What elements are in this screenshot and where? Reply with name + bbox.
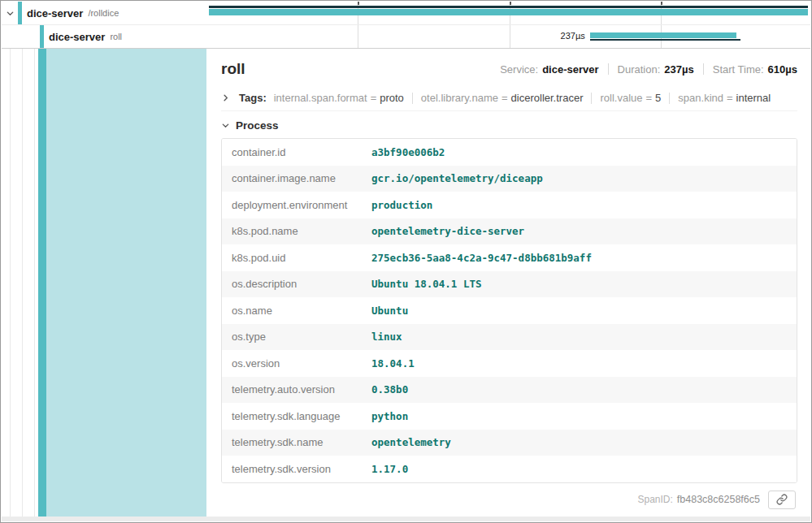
span-color-accent: [40, 25, 44, 48]
process-value: 0.38b0: [371, 383, 408, 395]
service-name: dice-server: [27, 7, 83, 19]
indent-guide: [22, 49, 23, 518]
meta-divider: [703, 63, 704, 75]
span-bar: [590, 32, 736, 38]
meta-divider: [608, 63, 609, 75]
span-bar-cell[interactable]: 237µs: [206, 25, 810, 48]
tag-value: diceroller.tracer: [511, 92, 584, 104]
process-key: telemetry.auto.version: [222, 383, 371, 395]
chevron-right-icon: [221, 93, 230, 102]
process-key: telemetry.sdk.language: [222, 410, 371, 422]
tag-value: proto: [380, 92, 404, 104]
process-value: 18.04.1: [371, 357, 415, 370]
span-bar-underline: [590, 39, 740, 41]
service-label: Service:: [500, 63, 538, 76]
tag-equals: =: [646, 92, 653, 104]
start-time-label: Start Time:: [713, 63, 764, 76]
process-table-row: deployment.environmentproduction: [222, 192, 797, 218]
process-value: a3bf90e006b2: [371, 146, 445, 158]
chevron-down-icon[interactable]: [6, 9, 15, 18]
process-key: container.image.name: [222, 172, 371, 184]
timeline-tick: [661, 2, 662, 5]
tag-divider: [669, 93, 670, 104]
span-name-cell[interactable]: dice-server /rolldice: [2, 2, 206, 24]
spanid-label: SpanID:: [637, 494, 672, 505]
indent-guide: [10, 49, 11, 518]
process-table-row: k8s.pod.uid275ecb36-5aa8-4c2a-9c47-d8bb6…: [222, 244, 797, 271]
process-value: Ubuntu 18.04.1 LTS: [371, 278, 481, 290]
tag-divider: [412, 93, 413, 104]
timeline-tick: [510, 2, 511, 5]
process-table-row: telemetry.sdk.languagepython: [222, 403, 797, 430]
process-key: os.version: [222, 357, 371, 370]
process-accordion[interactable]: Process: [221, 111, 797, 138]
process-key: os.name: [222, 305, 371, 317]
indent-guide: [34, 49, 35, 518]
process-table-row: container.image.namegcr.io/opentelemetry…: [222, 166, 797, 192]
process-value: gcr.io/opentelemetry/diceapp: [371, 172, 543, 184]
process-table-row: os.descriptionUbuntu 18.04.1 LTS: [222, 271, 797, 298]
duration-label: Duration:: [618, 63, 661, 76]
tags-list: internal.span.format=protootel.library.n…: [274, 92, 771, 104]
process-table-row: os.typelinux: [222, 324, 797, 351]
tag-key: internal.span.format: [274, 92, 367, 104]
chevron-down-icon: [221, 121, 230, 130]
process-table-row: os.nameUbuntu: [222, 297, 797, 324]
timeline-tick: [358, 2, 359, 5]
span-name-cell[interactable]: dice-server roll: [2, 25, 206, 48]
process-value: 1.17.0: [371, 463, 408, 475]
tag-divider: [591, 93, 592, 104]
span-bar-cell[interactable]: [206, 2, 810, 24]
process-key: deployment.environment: [222, 199, 371, 211]
process-key: container.id: [222, 146, 371, 158]
process-value: 275ecb36-5aa8-4c2a-9c47-d8bb681b9aff: [371, 252, 592, 264]
trace-span-detail-view: dice-server /rolldice dice-server roll 2…: [0, 0, 812, 523]
span-meta: Service: dice-server Duration: 237µs Sta…: [500, 63, 797, 76]
span-bar: [209, 9, 808, 15]
process-table-row: os.version18.04.1: [222, 350, 797, 377]
tag-equals: =: [371, 92, 377, 104]
span-color-accent: [18, 2, 22, 24]
process-table-row: container.ida3bf90e006b2: [222, 139, 797, 166]
process-value: python: [371, 410, 408, 422]
operation-name: /rolldice: [88, 8, 119, 18]
tag-value: internal: [736, 92, 771, 104]
process-key: k8s.pod.name: [222, 225, 371, 237]
operation-name: roll: [110, 32, 122, 41]
process-table-row: k8s.pod.nameopentelemetry-dice-server: [222, 218, 797, 245]
process-value: opentelemetry-dice-server: [371, 225, 524, 237]
process-key: telemetry.sdk.version: [222, 463, 371, 475]
process-key: os.description: [222, 278, 371, 290]
process-label: Process: [236, 119, 279, 132]
tag-equals: =: [502, 92, 508, 104]
process-key: telemetry.sdk.name: [222, 436, 371, 448]
duration-value: 237µs: [664, 63, 693, 76]
process-table-row: telemetry.auto.version0.38b0: [222, 377, 797, 404]
span-row-roll[interactable]: dice-server roll 237µs: [2, 25, 810, 49]
selected-span-backdrop: [46, 49, 206, 518]
tag-key: span.kind: [678, 92, 723, 104]
selected-span-accent-strip: [38, 49, 46, 518]
process-value: opentelemetry: [371, 436, 451, 448]
process-table-row: telemetry.sdk.version1.17.0: [222, 456, 797, 482]
process-value: Ubuntu: [371, 305, 408, 317]
span-detail-header: roll Service: dice-server Duration: 237µ…: [221, 57, 797, 86]
span-row-rolldice[interactable]: dice-server /rolldice: [2, 2, 810, 25]
span-detail-footer: SpanID: fb483c8c6258f6c5: [221, 483, 797, 509]
tags-accordion[interactable]: Tags: internal.span.format=protootel.lib…: [221, 86, 797, 111]
tag-equals: =: [727, 92, 733, 104]
service-value: dice-server: [542, 63, 598, 76]
process-table: container.ida3bf90e006b2container.image.…: [221, 138, 797, 483]
process-key: k8s.pod.uid: [222, 252, 371, 264]
copy-link-button[interactable]: [768, 491, 796, 509]
process-value: linux: [371, 331, 402, 343]
tag-value: 5: [655, 92, 661, 104]
process-key: os.type: [222, 331, 371, 343]
process-table-row: telemetry.sdk.nameopentelemetry: [222, 430, 797, 456]
start-time-value: 610µs: [768, 63, 797, 76]
bottom-gutter: [2, 517, 810, 521]
tag-key: otel.library.name: [421, 92, 498, 104]
span-bar-overlay: [209, 6, 808, 8]
link-icon: [776, 494, 788, 505]
tags-label: Tags:: [239, 92, 267, 104]
